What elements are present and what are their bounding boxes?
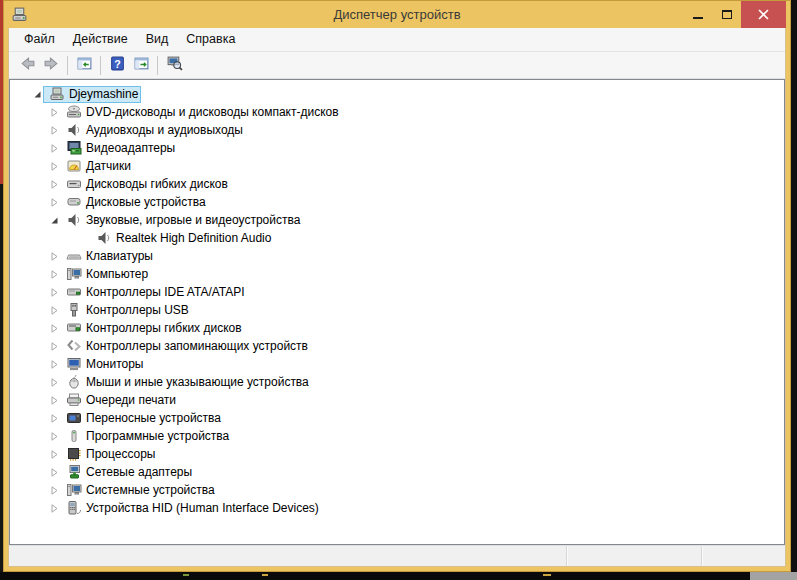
tree-item-content[interactable]: Аудиовходы и аудиовыходы: [60, 122, 246, 139]
properties-icon: [133, 55, 150, 76]
help-icon: ?: [109, 55, 126, 76]
tree-item-content[interactable]: Очереди печати: [60, 392, 179, 409]
tree-item-content[interactable]: Контроллеры USB: [60, 302, 192, 319]
tree-item-computer[interactable]: Компьютер: [10, 265, 784, 283]
tree-item-mice-pointing[interactable]: Мыши и иные указывающие устройства: [10, 373, 784, 391]
tree-item-dvd-drives[interactable]: DVD-дисководы и дисководы компакт-дисков: [10, 103, 784, 121]
tree-item-label: Устройства HID (Human Interface Devices): [86, 500, 319, 516]
tree-item-label: Программные устройства: [86, 428, 229, 444]
tree-item-hid-devices[interactable]: Устройства HID (Human Interface Devices): [10, 499, 784, 517]
tree-item-content[interactable]: Мониторы: [60, 356, 146, 373]
menu-item-action[interactable]: Действие: [64, 28, 137, 51]
tree-item-usb-controllers[interactable]: Контроллеры USB: [10, 301, 784, 319]
tree-item-content[interactable]: Realtek High Definition Audio: [90, 230, 274, 247]
tree-item-sensors[interactable]: Датчики: [10, 157, 784, 175]
tree-item-content[interactable]: Системные устройства: [60, 482, 218, 499]
scan-hardware-changes-button[interactable]: [162, 54, 186, 77]
expander-placeholder: [79, 233, 90, 244]
tree-item-root-djeymashine[interactable]: Djeymashine: [10, 85, 784, 103]
tree-item-label: Контроллеры запоминающих устройств: [86, 338, 308, 354]
menu-item-help[interactable]: Справка: [177, 28, 244, 51]
menu-item-view[interactable]: Вид: [137, 28, 178, 51]
monitor-icon: [66, 356, 82, 372]
close-button[interactable]: [741, 1, 786, 28]
usb-icon: [66, 302, 82, 318]
collapse-expander-icon[interactable]: [32, 89, 43, 100]
menu-item-file[interactable]: Файл: [15, 28, 64, 51]
tree-item-content[interactable]: Компьютер: [60, 266, 151, 283]
tree-item-content[interactable]: Звуковые, игровые и видеоустройства: [60, 212, 303, 229]
expand-expander-icon[interactable]: [49, 107, 60, 118]
window-client-area: ФайлДействиеВидСправка ? DjeymashineDVD-…: [8, 28, 786, 567]
expand-expander-icon[interactable]: [49, 503, 60, 514]
tree-item-keyboards[interactable]: Клавиатуры: [10, 247, 784, 265]
tree-item-label: Djeymashine: [69, 86, 138, 102]
properties-button[interactable]: [129, 54, 153, 77]
expand-expander-icon[interactable]: [49, 485, 60, 496]
expand-expander-icon[interactable]: [49, 143, 60, 154]
tree-item-portable-devices[interactable]: Переносные устройства: [10, 409, 784, 427]
tree-item-audio-inputs-outputs[interactable]: Аудиовходы и аудиовыходы: [10, 121, 784, 139]
tree-item-content[interactable]: Контроллеры IDE ATA/ATAPI: [60, 284, 248, 301]
collapse-expander-icon[interactable]: [49, 215, 60, 226]
expand-expander-icon[interactable]: [49, 161, 60, 172]
tree-item-print-queues[interactable]: Очереди печати: [10, 391, 784, 409]
tree-item-system-devices[interactable]: Системные устройства: [10, 481, 784, 499]
expand-expander-icon[interactable]: [49, 431, 60, 442]
back-button[interactable]: [15, 54, 39, 77]
show-console-tree-button[interactable]: [72, 54, 96, 77]
computer-workstation-icon: [49, 86, 65, 102]
help-button[interactable]: ?: [105, 54, 129, 77]
tree-item-processors[interactable]: Процессоры: [10, 445, 784, 463]
tree-item-label: Контроллеры гибких дисков: [86, 320, 242, 336]
expand-expander-icon[interactable]: [49, 323, 60, 334]
tree-item-video-adapters[interactable]: Видеоадаптеры: [10, 139, 784, 157]
tree-item-ide-controllers[interactable]: Контроллеры IDE ATA/ATAPI: [10, 283, 784, 301]
tree-item-content[interactable]: Дисковые устройства: [60, 194, 209, 211]
tree-item-content[interactable]: DVD-дисководы и дисководы компакт-дисков: [60, 104, 342, 121]
tree-item-realtek-hd-audio[interactable]: Realtek High Definition Audio: [10, 229, 784, 247]
tree-item-floppy-drives[interactable]: Дисководы гибких дисков: [10, 175, 784, 193]
tree-item-disk-devices[interactable]: Дисковые устройства: [10, 193, 784, 211]
expand-expander-icon[interactable]: [49, 179, 60, 190]
tree-item-content[interactable]: Процессоры: [60, 446, 159, 463]
tree-item-content[interactable]: Клавиатуры: [60, 248, 156, 265]
maximize-button[interactable]: [712, 1, 741, 28]
tree-item-network-adapters[interactable]: Сетевые адаптеры: [10, 463, 784, 481]
mouse-icon: [66, 374, 82, 390]
expand-expander-icon[interactable]: [49, 377, 60, 388]
tree-item-content[interactable]: Дисководы гибких дисков: [60, 176, 231, 193]
expand-expander-icon[interactable]: [49, 251, 60, 262]
expand-expander-icon[interactable]: [49, 359, 60, 370]
tree-item-content[interactable]: Сетевые адаптеры: [60, 464, 195, 481]
expand-expander-icon[interactable]: [49, 269, 60, 280]
tree-item-content[interactable]: Устройства HID (Human Interface Devices): [60, 500, 322, 517]
expand-expander-icon[interactable]: [49, 125, 60, 136]
title-bar[interactable]: Диспетчер устройств: [4, 1, 790, 28]
tree-item-storage-controllers[interactable]: Контроллеры запоминающих устройств: [10, 337, 784, 355]
expand-expander-icon[interactable]: [49, 341, 60, 352]
tree-item-content[interactable]: Переносные устройства: [60, 410, 224, 427]
tree-item-monitors[interactable]: Мониторы: [10, 355, 784, 373]
tree-item-content[interactable]: Контроллеры запоминающих устройств: [60, 338, 311, 355]
expand-expander-icon[interactable]: [49, 449, 60, 460]
expand-expander-icon[interactable]: [49, 305, 60, 316]
tree-item-content[interactable]: Мыши и иные указывающие устройства: [60, 374, 312, 391]
tree-item-content[interactable]: Программные устройства: [60, 428, 232, 445]
tree-item-content[interactable]: Датчики: [60, 158, 134, 175]
tree-item-content[interactable]: Контроллеры гибких дисков: [60, 320, 245, 337]
expand-expander-icon[interactable]: [49, 287, 60, 298]
tree-item-sound-game-video[interactable]: Звуковые, игровые и видеоустройства: [10, 211, 784, 229]
expand-expander-icon[interactable]: [49, 197, 60, 208]
scan-hardware-icon: [166, 55, 183, 76]
tree-item-content[interactable]: Видеоадаптеры: [60, 140, 178, 157]
tree-item-software-devices[interactable]: Программные устройства: [10, 427, 784, 445]
expand-expander-icon[interactable]: [49, 395, 60, 406]
minimize-button[interactable]: [683, 1, 712, 28]
forward-button[interactable]: [39, 54, 63, 77]
tree-item-content[interactable]: Djeymashine: [43, 86, 141, 103]
expand-expander-icon[interactable]: [49, 413, 60, 424]
tree-item-label: Контроллеры IDE ATA/ATAPI: [86, 284, 245, 300]
expand-expander-icon[interactable]: [49, 467, 60, 478]
tree-item-floppy-controllers[interactable]: Контроллеры гибких дисков: [10, 319, 784, 337]
